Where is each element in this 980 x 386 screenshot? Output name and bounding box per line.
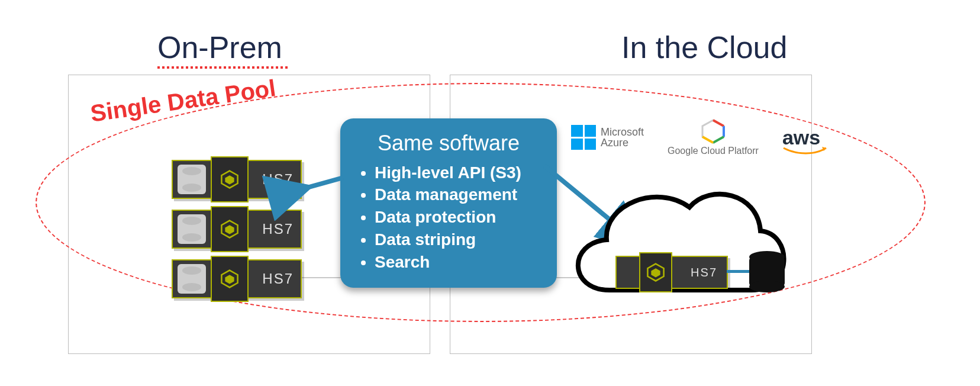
db-link-line [727,270,750,273]
provider-azure: Microsoft Azure [571,125,644,150]
drive-icon [178,214,206,244]
hs7-unit-cloud: HS7 [615,256,728,289]
drive-icon [178,165,206,194]
unit-label: HS7 [262,221,294,237]
callout-title: Same software [357,129,540,158]
cloud-outline-icon [556,172,793,326]
svg-marker-5 [225,275,234,284]
unit-logo-icon [639,252,672,292]
object-storage-icon [749,251,785,292]
hs7-unit-onprem-3: HS7 [172,259,302,298]
svg-marker-1 [225,175,234,184]
aws-swoosh-icon [782,147,830,155]
diagram-stage: On-Prem In the Cloud Single Data Pool HS… [0,0,980,386]
callout-item: High-level API (S3) [375,162,540,184]
callout-item: Search [375,251,540,274]
drive-icon [178,264,206,294]
unit-label: HS7 [262,271,294,287]
callout-list: High-level API (S3) Data management Data… [357,162,540,274]
unit-label: HS7 [262,171,294,188]
aws-label: aws [782,126,820,149]
azure-label: Microsoft Azure [601,127,644,148]
unit-logo-icon [211,206,249,252]
unit-label: HS7 [691,266,717,279]
gcp-logo-icon [700,118,726,144]
title-on-prem: On-Prem [157,30,282,65]
callout-item: Data striping [375,229,540,251]
svg-marker-3 [225,225,234,234]
title-in-cloud: In the Cloud [621,30,787,65]
gcp-label: Google Cloud Platforr [668,146,759,156]
hs7-unit-onprem-1: HS7 [172,160,302,199]
azure-logo-icon [571,125,596,150]
arrow-left-icon [299,172,346,201]
cloud-providers-row: Microsoft Azure Google Cloud Platforr aw… [571,118,820,156]
provider-aws: aws [782,126,820,149]
same-software-callout: Same software High-level API (S3) Data m… [340,118,557,288]
svg-line-6 [305,178,343,188]
unit-logo-icon [211,256,249,302]
callout-item: Data protection [375,206,540,229]
unit-logo-icon [211,156,249,202]
svg-marker-9 [651,268,660,277]
provider-gcp: Google Cloud Platforr [668,118,759,156]
spellcheck-underline-icon [157,66,289,69]
hs7-unit-onprem-2: HS7 [172,210,302,249]
callout-item: Data management [375,184,540,206]
